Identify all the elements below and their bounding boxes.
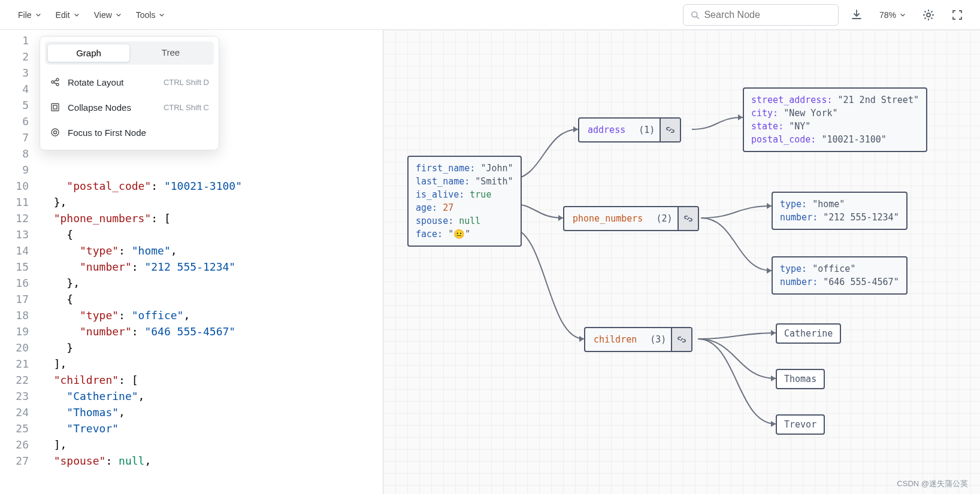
svg-point-16: [52, 129, 59, 136]
graph-node[interactable]: first_name: "John"last_name: "Smith"is_a…: [407, 156, 522, 247]
fullscreen-icon: [952, 10, 963, 20]
settings-button[interactable]: [918, 4, 939, 26]
dropdown-item-label: Collapse Nodes: [68, 102, 156, 113]
graph-node[interactable]: type: "office"number: "646 555-4567": [772, 256, 908, 295]
svg-marker-10: [771, 421, 776, 427]
dropdown-item-collapse-nodes[interactable]: Collapse NodesCTRL Shift C: [45, 95, 214, 120]
svg-point-17: [54, 131, 57, 134]
line-gutter: 1234567891011121314151617181920212223242…: [0, 30, 36, 494]
svg-point-0: [692, 11, 697, 17]
graph-node[interactable]: type: "home"number: "212 555-1234": [772, 192, 908, 230]
graph-pane[interactable]: CSDN @迷失蒲公英 first_name: "John"last_name:…: [383, 30, 980, 494]
graph-link-address[interactable]: address(1): [578, 117, 681, 143]
svg-marker-2: [573, 126, 578, 132]
graph-link-phone_numbers[interactable]: phone_numbers(2): [563, 206, 699, 231]
dropdown-item-shortcut: CTRL Shift D: [164, 78, 209, 87]
svg-rect-15: [53, 105, 57, 109]
chevron-down-icon: [159, 12, 165, 18]
collapse-icon: [50, 102, 61, 113]
svg-point-11: [52, 81, 54, 83]
seg-graph[interactable]: Graph: [47, 44, 130, 62]
link-icon: [677, 207, 698, 230]
chevron-down-icon: [74, 12, 80, 18]
link-icon: [660, 119, 680, 141]
svg-marker-9: [771, 375, 776, 381]
fullscreen-button[interactable]: [946, 4, 968, 26]
menu-tools[interactable]: Tools: [130, 7, 171, 23]
svg-point-1: [927, 13, 930, 17]
svg-marker-6: [767, 203, 772, 209]
view-mode-segmented: Graph Tree: [45, 41, 214, 65]
graph-node[interactable]: street_address: "21 2nd Street"city: "Ne…: [743, 87, 927, 152]
svg-point-12: [56, 78, 59, 81]
svg-point-13: [56, 83, 59, 86]
zoom-indicator[interactable]: 78%: [875, 7, 911, 23]
toolbar: File Edit View Tools 78%: [0, 0, 980, 30]
svg-marker-7: [767, 268, 772, 274]
chevron-down-icon: [116, 12, 122, 18]
menu-edit[interactable]: Edit: [50, 7, 86, 23]
gear-icon: [922, 9, 934, 21]
graph-leaf[interactable]: Thomas: [776, 369, 825, 389]
graph-link-children[interactable]: children(3): [584, 327, 692, 352]
svg-marker-5: [738, 114, 743, 120]
download-button[interactable]: [846, 4, 867, 26]
watermark: CSDN @迷失蒲公英: [897, 478, 968, 489]
dropdown-item-label: Focus to First Node: [68, 128, 202, 138]
svg-rect-14: [52, 104, 59, 111]
dropdown-item-shortcut: CTRL Shift C: [164, 103, 209, 112]
target-icon: [50, 127, 61, 138]
dropdown-item-rotate-layout[interactable]: Rotate LayoutCTRL Shift D: [45, 69, 214, 95]
search-input[interactable]: [704, 10, 831, 20]
dropdown-item-label: Rotate Layout: [68, 77, 156, 87]
search-box[interactable]: [683, 4, 839, 26]
menu-file[interactable]: File: [12, 7, 47, 23]
menu-view[interactable]: View: [88, 7, 128, 23]
search-icon: [691, 10, 699, 20]
chevron-down-icon: [900, 12, 906, 18]
share-icon: [50, 77, 61, 87]
link-icon: [671, 328, 691, 351]
seg-tree[interactable]: Tree: [130, 44, 211, 62]
svg-marker-4: [579, 336, 584, 342]
download-icon: [851, 9, 863, 21]
view-dropdown: Graph Tree Rotate LayoutCTRL Shift DColl…: [40, 36, 219, 150]
graph-leaf[interactable]: Trevor: [776, 414, 825, 435]
dropdown-item-focus-to-first-node[interactable]: Focus to First Node: [45, 120, 214, 145]
svg-marker-8: [771, 330, 776, 336]
graph-leaf[interactable]: Catherine: [776, 323, 841, 344]
svg-marker-3: [558, 215, 563, 221]
chevron-down-icon: [35, 12, 41, 18]
